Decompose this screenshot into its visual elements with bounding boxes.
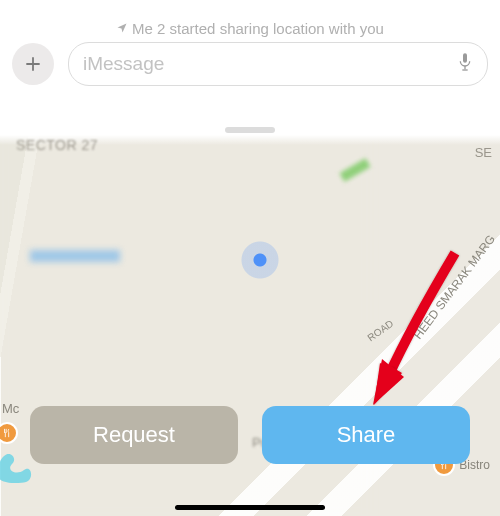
map-sector-label: SECTOR 27 bbox=[16, 137, 98, 153]
share-button[interactable]: Share bbox=[262, 406, 470, 464]
svg-rect-0 bbox=[463, 53, 467, 62]
request-button[interactable]: Request bbox=[30, 406, 238, 464]
map-se-label: SE bbox=[475, 145, 492, 160]
message-input[interactable]: iMessage bbox=[68, 42, 488, 86]
share-label: Share bbox=[337, 422, 396, 448]
composer-row: iMessage bbox=[12, 42, 488, 86]
notification-text: Me 2 started sharing location with you bbox=[132, 20, 384, 37]
add-button[interactable] bbox=[12, 43, 54, 85]
location-arrow-icon bbox=[116, 20, 128, 37]
poi-mc-label: Mc bbox=[2, 401, 19, 416]
sheet-grabber[interactable] bbox=[225, 127, 275, 133]
poi-water-icon bbox=[0, 448, 34, 482]
request-label: Request bbox=[93, 422, 175, 448]
poi-restaurant-left bbox=[0, 422, 18, 444]
message-placeholder: iMessage bbox=[83, 53, 164, 75]
dictation-icon[interactable] bbox=[457, 51, 473, 77]
map-panel[interactable]: SECTOR 27 ROAD HEED SMARAK MARG SE Mc Pu… bbox=[0, 135, 500, 516]
action-row: Request Share bbox=[30, 406, 470, 464]
restaurant-icon bbox=[0, 422, 18, 444]
status-notification: Me 2 started sharing location with you bbox=[0, 20, 500, 37]
messages-top-panel: Me 2 started sharing location with you i… bbox=[0, 0, 500, 135]
home-indicator[interactable] bbox=[175, 505, 325, 510]
